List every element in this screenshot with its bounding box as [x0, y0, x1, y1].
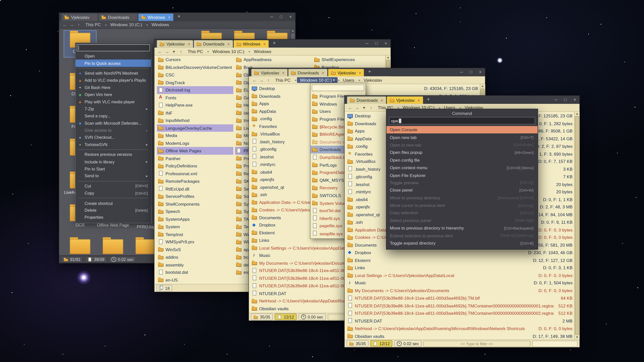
context-menu-item[interactable]: Send with NordVPN Meshnet — [75, 70, 151, 77]
context-menu-item[interactable]: Include in library ▸ — [75, 158, 151, 165]
context-menu-item[interactable]: Delete [Delete] — [75, 207, 151, 214]
minimize-button[interactable]: ─ — [362, 39, 372, 48]
command-item[interactable]: Move to previous directory in hierarchy … — [386, 224, 538, 232]
tab[interactable]: Vjekoslav × — [62, 14, 98, 21]
file-row[interactable]: Local Settings -> C:\Users\Vjekoslav\App… — [346, 272, 574, 279]
file-grid-item[interactable] — [97, 237, 129, 255]
context-menu-item[interactable]: Pin to Quick access — [75, 60, 151, 67]
command-item[interactable]: Open File Explorer — [386, 171, 538, 179]
file-row[interactable]: HelpPane.exe — [157, 101, 233, 109]
maximize-button[interactable]: □ — [466, 68, 476, 76]
scroll-up-icon[interactable]: ▲ — [291, 29, 294, 33]
file-row[interactable]: Dropbox D: 230, F: 1043, 46 GB — [346, 249, 574, 256]
tab[interactable]: Vjekoslav × — [328, 69, 364, 76]
file-row[interactable]: ServiceProfiles — [157, 193, 233, 200]
close-button[interactable]: × — [476, 68, 485, 76]
close-button[interactable]: × — [381, 39, 391, 48]
file-row[interactable]: PolicyDefinitions — [157, 162, 233, 170]
new-tab-button[interactable]: + — [424, 96, 433, 104]
context-menu-item[interactable]: Open — [75, 53, 151, 60]
up-button[interactable]: ↑ — [178, 49, 184, 54]
forward-button[interactable]: → — [354, 105, 360, 110]
close-tab-icon[interactable]: × — [132, 15, 135, 20]
minimize-button[interactable]: ─ — [551, 96, 561, 104]
close-tab-icon[interactable]: × — [263, 42, 266, 46]
breadcrumb-item[interactable]: Windows 10 (C:) ▾ — [297, 77, 338, 83]
back-button[interactable]: ← — [347, 105, 353, 110]
forward-button[interactable]: → — [164, 49, 170, 54]
scroll-up-icon[interactable]: ▲ — [481, 84, 484, 88]
context-menu-item[interactable]: SVN Checkout... — [75, 134, 151, 141]
breadcrumb-item[interactable]: This PC — [83, 22, 105, 28]
context-menu-item[interactable]: Send to ▸ — [75, 172, 151, 179]
scroll-up-icon[interactable]: ▲ — [576, 112, 578, 116]
command-item[interactable]: Move to previous directory [Backspace] [… — [386, 194, 538, 201]
tab[interactable]: Downloads × — [99, 14, 138, 21]
close-tab-icon[interactable]: × — [381, 98, 383, 102]
context-menu-item[interactable]: Copy [Ctrl+C] — [75, 190, 151, 197]
new-tab-button[interactable]: + — [365, 68, 374, 76]
file-row[interactable]: ShellExperiences — [313, 56, 389, 63]
context-menu-item[interactable]: Restore previous versions — [75, 151, 151, 158]
file-row[interactable]: AppReadiness — [235, 56, 311, 63]
file-row[interactable]: INF — [157, 109, 233, 116]
back-button[interactable]: ← — [157, 49, 163, 54]
close-tab-icon[interactable]: × — [418, 98, 420, 102]
context-menu-item[interactable]: Scan with Microsoft Defender... — [75, 120, 151, 127]
file-row[interactable]: InputMethod — [157, 117, 233, 124]
vertical-scrollbar[interactable]: ▲ ▼ — [574, 112, 579, 339]
command-item[interactable]: Select previous panel [Shift+Tab] — [386, 217, 538, 224]
context-menu-item[interactable]: Send a copy... — [75, 113, 151, 120]
scrollbar-thumb[interactable] — [575, 116, 579, 335]
breadcrumb-item[interactable]: This PC — [185, 49, 207, 54]
file-row[interactable]: NTUSER.DAT{53b39e88-18c4-11ea-a811-000d3… — [346, 309, 574, 317]
file-row[interactable]: LanguageOverlayCache — [157, 124, 233, 132]
context-menu-item[interactable]: TortoiseSVN ▸ — [75, 141, 151, 148]
tab[interactable]: Downloads × — [288, 69, 327, 76]
command-input[interactable]: ope — [389, 117, 535, 124]
close-tab-icon[interactable]: × — [168, 15, 171, 20]
filter-field[interactable]: >> Type to filter << — [423, 340, 530, 346]
up-button[interactable]: ↑ — [368, 105, 374, 110]
command-item[interactable]: Move cursor to previous item [Ctrl+Up] — [386, 201, 538, 209]
breadcrumb-item[interactable]: Users — [340, 77, 358, 83]
maximize-button[interactable]: □ — [372, 39, 381, 48]
file-row[interactable]: en-US — [157, 276, 233, 284]
command-item[interactable]: Copy selection [Ctrl+C] — [386, 209, 538, 217]
command-item[interactable]: Close panel [Ctrl+W] — [386, 186, 538, 194]
context-menu-item[interactable]: Pin to Start — [75, 165, 151, 172]
file-row[interactable]: addins — [157, 253, 233, 261]
file-row[interactable]: RtlExUpd.dll — [157, 185, 233, 193]
file-row[interactable]: Cursors — [157, 56, 233, 63]
tab[interactable]: Downloads × — [194, 40, 233, 48]
file-row[interactable]: Links D: 0, F: 3, 1 KB — [346, 264, 574, 272]
tab[interactable]: Windows × — [138, 14, 174, 21]
minimize-button[interactable]: ─ — [457, 68, 466, 76]
file-row[interactable]: Professional.xml — [157, 170, 233, 177]
file-row[interactable]: Panther — [157, 155, 233, 162]
close-button[interactable]: × — [286, 13, 295, 21]
context-menu-item[interactable]: Properties — [75, 214, 151, 221]
file-row[interactable]: NTUSER.DAT{53b39e88-18c4-11ea-a811-000d3… — [346, 302, 574, 309]
breadcrumb-item[interactable]: This PC — [272, 77, 295, 83]
context-menu-item[interactable]: Create shortcut — [75, 200, 151, 207]
filter-input[interactable] — [532, 340, 578, 346]
close-tab-icon[interactable]: × — [92, 15, 95, 20]
file-row[interactable]: bootstat.dat — [157, 268, 233, 276]
command-item[interactable]: Extend selection to previous item [Shift… — [386, 232, 538, 239]
file-row[interactable]: My Documents -> C:\Users\Vjekoslav\Docum… — [346, 287, 574, 294]
tab[interactable]: Windows × — [233, 40, 269, 48]
back-button[interactable]: ← — [251, 78, 257, 82]
maximize-button[interactable]: □ — [561, 96, 570, 104]
breadcrumb-item[interactable]: Windows — [251, 49, 275, 54]
file-row[interactable]: Offline Web Pages — [157, 147, 233, 154]
new-tab-button[interactable]: + — [174, 13, 184, 21]
rename-input[interactable] — [77, 44, 150, 51]
up-button[interactable]: ↑ — [265, 78, 271, 82]
close-tab-icon[interactable]: × — [322, 70, 325, 75]
file-row[interactable]: NetHood -> C:\Users\Vjekoslav\AppData\Ro… — [346, 325, 574, 332]
command-item[interactable]: Open config file — [386, 156, 538, 164]
breadcrumb-item[interactable]: Windows 10 (C:) — [107, 22, 146, 28]
breadcrumb-item[interactable]: Windows — [149, 22, 173, 28]
context-menu-item[interactable]: Git Bash Here — [75, 84, 151, 91]
